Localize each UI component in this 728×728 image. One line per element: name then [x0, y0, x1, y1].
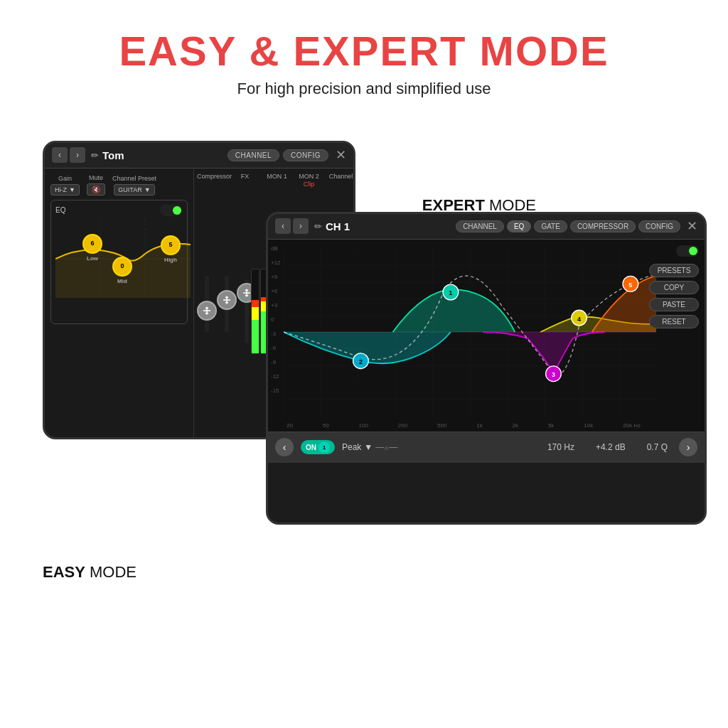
vu-yellow-bar	[252, 307, 259, 320]
expert-nav-next[interactable]: ›	[293, 218, 309, 234]
expert-nav-prev[interactable]: ‹	[275, 218, 291, 234]
eq-header: EQ	[55, 205, 183, 216]
vu-red-bar	[252, 300, 259, 306]
mute-btn[interactable]: 🔇	[87, 183, 105, 196]
vu-green-bar	[252, 320, 259, 353]
band-type: Peak ▼ —⬦—	[342, 442, 397, 452]
band-on-text: ON	[306, 444, 316, 451]
fx-strip	[225, 290, 229, 333]
svg-text:5: 5	[628, 282, 632, 289]
band-db: +4.2 dB	[596, 442, 626, 452]
easy-nav-prev[interactable]: ‹	[52, 147, 68, 163]
ch-compressor-label: Compressor	[197, 173, 229, 180]
expert-close-btn[interactable]: ✕	[687, 218, 697, 234]
gain-label: Gain	[58, 175, 72, 182]
svg-text:2: 2	[359, 358, 363, 365]
expert-pencil-icon: ✏	[314, 221, 322, 232]
compressor-strip	[205, 290, 209, 333]
easy-rest: MODE	[85, 563, 136, 581]
high-label: High	[164, 257, 177, 263]
ch-mon2-label: MON 2	[293, 173, 325, 180]
gain-group: Gain Hi-Z ▼	[50, 175, 80, 196]
eq-mid-knob[interactable]: 0 Mid	[112, 257, 132, 277]
expert-eq-toggle[interactable]	[676, 245, 699, 257]
compressor-knob[interactable]	[197, 301, 217, 321]
mute-group: Mute 🔇	[87, 174, 105, 196]
eq-low-knob[interactable]: 6 Low	[82, 234, 102, 254]
mon1-knob-icon	[242, 288, 252, 298]
eq-display: 6 Low 0 Mid 5 High	[55, 220, 191, 319]
knob-arrows-icon	[202, 306, 212, 316]
band-freq: 170 Hz	[547, 442, 574, 452]
gain-select[interactable]: Hi-Z ▼	[50, 184, 80, 196]
preset-group: Channel Preset GUITAR ▼	[112, 175, 156, 196]
expert-config-btn[interactable]: CONFIG	[638, 220, 680, 232]
expert-compressor-btn[interactable]: COMPRESSOR	[570, 220, 636, 232]
fx-knob[interactable]	[217, 290, 237, 310]
band-number-circle: 1	[318, 441, 330, 453]
mon1-track	[245, 279, 249, 343]
svg-text:4: 4	[577, 315, 581, 322]
reset-btn[interactable]: RESET	[649, 315, 699, 328]
controls-row: Gain Hi-Z ▼ Mute 🔇 Channel Preset GUIT	[50, 174, 188, 196]
channel-labels: Compressor FX MON 1 MON 2 Channel	[197, 173, 355, 180]
svg-text:1: 1	[449, 289, 452, 296]
easy-bold: EASY	[43, 563, 85, 581]
band-on-badge: ON 1	[301, 440, 335, 454]
db-labels: dB +12 +9 +6 +3 0 -3 -6 -9 -12 -15	[271, 245, 281, 394]
expert-header-btns: CHANNEL EQ GATE COMPRESSOR CONFIG ✕	[456, 218, 697, 234]
eq-toggle[interactable]	[160, 205, 183, 216]
ch-channel-label: Channel	[325, 173, 355, 180]
fx-track	[225, 276, 229, 333]
easy-nav-next[interactable]: ›	[70, 147, 85, 163]
band-next-btn[interactable]: ›	[679, 438, 697, 456]
expert-eq-svg: 1 2 3 4 5	[284, 240, 656, 424]
easy-tablet-header: ‹ › ✏ Tom CHANNEL CONFIG ✕	[45, 143, 353, 168]
main-subtitle: For high precision and simplified use	[14, 80, 714, 98]
eq-sidebar: PRESETS COPY PASTE RESET	[649, 245, 699, 328]
fx-fader	[225, 290, 229, 333]
main-title: EASY & EXPERT MODE	[14, 28, 714, 74]
svg-text:3: 3	[552, 371, 555, 378]
screenshots-area: ‹ › ✏ Tom CHANNEL CONFIG ✕ Gain Hi-Z	[0, 127, 728, 624]
eq-high-knob[interactable]: 5 High	[161, 235, 181, 255]
easy-channel-title: Tom	[102, 149, 124, 161]
eq-graph-area: dB +12 +9 +6 +3 0 -3 -6 -9 -12 -15	[268, 240, 705, 432]
expert-channel-title: CH 1	[326, 220, 350, 232]
preset-select[interactable]: GUITAR ▼	[114, 184, 154, 196]
clip-indicator: Clip	[261, 181, 355, 188]
mute-label: Mute	[89, 174, 103, 181]
freq-labels: 20 50 100 200 500 1k 2k 5k 10k 20k Hz	[287, 422, 641, 429]
paste-btn[interactable]: PASTE	[649, 298, 699, 311]
expert-channel-btn[interactable]: CHANNEL	[456, 220, 504, 232]
preset-label: Channel Preset	[112, 175, 156, 182]
ch-fx-label: FX	[229, 173, 261, 180]
band-selector: ‹ ON 1 Peak ▼ —⬦— 170 Hz +4.2 dB 0.7 Q ›	[268, 432, 705, 463]
easy-close-btn[interactable]: ✕	[336, 147, 346, 163]
vu-meter-left	[251, 269, 259, 354]
eq-title: EQ	[55, 206, 65, 214]
ch-mon1-label: MON 1	[261, 173, 293, 180]
compressor-fader	[205, 290, 209, 333]
expert-eq-btn[interactable]: EQ	[507, 220, 531, 232]
pencil-icon: ✏	[91, 150, 99, 161]
low-label: Low	[87, 255, 98, 262]
band-prev-btn[interactable]: ‹	[275, 438, 294, 456]
page-header: EASY & EXPERT MODE For high precision an…	[0, 0, 728, 112]
copy-btn[interactable]: COPY	[649, 281, 699, 294]
expert-tablet-header: ‹ › ✏ CH 1 CHANNEL EQ GATE COMPRESSOR CO…	[268, 214, 705, 240]
mid-label: Mid	[117, 278, 127, 284]
easy-left-panel: Gain Hi-Z ▼ Mute 🔇 Channel Preset GUIT	[45, 168, 194, 437]
expert-tablet: ‹ › ✏ CH 1 CHANNEL EQ GATE COMPRESSOR CO…	[266, 212, 707, 525]
easy-config-btn[interactable]: CONFIG	[283, 149, 328, 161]
db-label-top: dB	[271, 245, 281, 252]
easy-header-btns: CHANNEL CONFIG ✕	[228, 147, 346, 163]
fx-knob-arrows-icon	[222, 295, 232, 305]
easy-channel-btn[interactable]: CHANNEL	[228, 149, 279, 161]
compressor-track	[205, 276, 209, 333]
presets-btn[interactable]: PRESETS	[649, 264, 699, 277]
expert-gate-btn[interactable]: GATE	[534, 220, 567, 232]
easy-mode-label: EASY MODE	[43, 563, 136, 582]
band-q: 0.7 Q	[647, 442, 668, 452]
eq-panel: EQ	[50, 200, 188, 324]
